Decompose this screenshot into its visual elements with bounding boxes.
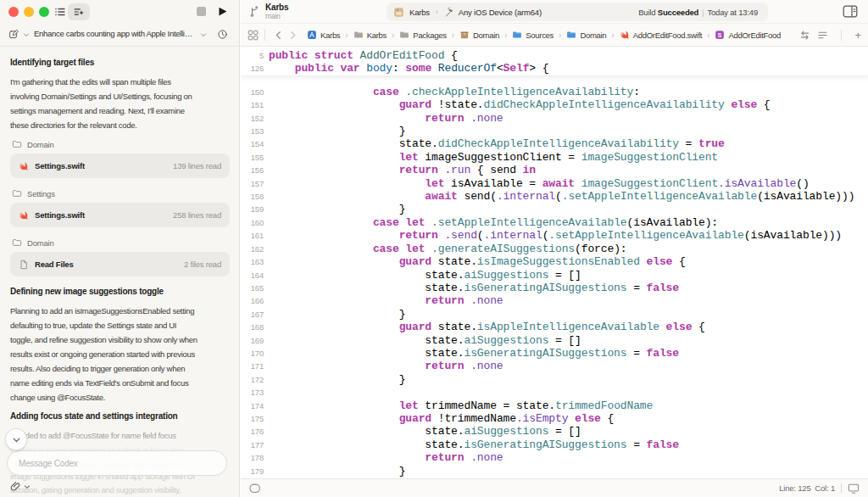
- line-number[interactable]: 173: [241, 386, 264, 399]
- code-line[interactable]: 5public struct AddOrEditFood {: [241, 49, 868, 62]
- code-line[interactable]: 156 return .run { send in: [241, 164, 868, 176]
- code-line[interactable]: 126 public var body: some ReducerOf<Self…: [241, 62, 868, 75]
- breadcrumb-item[interactable]: SAddOrEditFood: [715, 30, 781, 40]
- breadcrumb-item[interactable]: Domain: [566, 30, 606, 40]
- code-line[interactable]: 162 case let .generateAISuggestions(forc…: [241, 243, 868, 255]
- code-line[interactable]: 163 guard state.isImageSuggestionsEnable…: [241, 255, 868, 268]
- line-number[interactable]: 162: [241, 243, 264, 255]
- code-line[interactable]: 164 state.aiSuggestions = []: [241, 269, 868, 282]
- thread-title[interactable]: Enhance carbs counting app with Apple In…: [34, 29, 197, 38]
- code-line[interactable]: 172 }: [241, 373, 868, 386]
- code-line[interactable]: 177 state.isGeneratingAISuggestions = fa…: [241, 438, 868, 451]
- line-number[interactable]: 151: [241, 98, 264, 111]
- code-line[interactable]: 166 return .none: [241, 294, 868, 307]
- source-control-status[interactable]: Karbs main: [249, 3, 288, 20]
- line-number[interactable]: 168: [241, 321, 264, 333]
- code-line[interactable]: 157 let isAvailable = await imageSuggest…: [241, 177, 868, 190]
- code-line[interactable]: 150 case .checkAppleIntelligenceAvailabi…: [241, 86, 868, 98]
- zoom-window-button[interactable]: [39, 7, 49, 17]
- line-number[interactable]: 166: [241, 294, 264, 307]
- scheme-selector[interactable]: Karbs › Any iOS Device (arm64) Build Suc…: [387, 3, 768, 21]
- code-line[interactable]: 171 return .none: [241, 360, 868, 372]
- line-number[interactable]: 150: [241, 86, 264, 98]
- code-line[interactable]: 176 state.aiSuggestions = []: [241, 425, 868, 438]
- line-number[interactable]: 155: [241, 151, 264, 164]
- line-number[interactable]: 126: [241, 62, 264, 75]
- minimize-window-button[interactable]: [24, 7, 34, 17]
- code-line[interactable]: 155 let imageSuggestionClient = imageSug…: [241, 151, 868, 164]
- line-number[interactable]: 5: [241, 49, 264, 62]
- navigate-back-icon[interactable]: [274, 31, 283, 40]
- breadcrumb-item[interactable]: Domain: [459, 30, 499, 40]
- build-status[interactable]: Build Succeeded|Today at 13:49: [638, 8, 758, 17]
- line-number[interactable]: 161: [241, 229, 264, 242]
- code-line[interactable]: 173: [241, 386, 868, 399]
- history-clock-icon[interactable]: [217, 29, 228, 40]
- line-number[interactable]: 164: [241, 269, 264, 282]
- add-editor-icon[interactable]: +: [854, 30, 861, 41]
- code-line[interactable]: 158 await send(.internal(.setAppleIntell…: [241, 190, 868, 203]
- code-line[interactable]: 169 state.aiSuggestions = []: [241, 334, 868, 347]
- file-read-item[interactable]: Read Files2 files read: [10, 252, 230, 276]
- related-items-grid-icon[interactable]: [248, 30, 259, 41]
- navigate-forward-icon[interactable]: [288, 31, 298, 40]
- code-line[interactable]: 179 }: [241, 465, 868, 477]
- line-number[interactable]: 175: [241, 412, 264, 425]
- display-icon[interactable]: [848, 483, 860, 494]
- code-line[interactable]: 167 }: [241, 308, 868, 321]
- chevron-down-icon[interactable]: [23, 31, 30, 38]
- code-line[interactable]: 160 case let .setAppleIntelligenceAvaila…: [241, 216, 868, 229]
- code-line[interactable]: 168 guard state.isAppleIntelligenceAvail…: [241, 321, 868, 333]
- thread-list-icon[interactable]: [53, 5, 67, 19]
- inspector-toggle-icon[interactable]: [843, 5, 858, 18]
- line-number[interactable]: 179: [241, 465, 264, 477]
- line-number[interactable]: 158: [241, 190, 264, 203]
- line-number[interactable]: 172: [241, 373, 264, 386]
- code-line[interactable]: 175 guard !trimmedName.isEmpty else {: [241, 412, 868, 425]
- code-line[interactable]: 153 }: [241, 125, 868, 137]
- breadcrumb-item[interactable]: Sources: [512, 30, 554, 40]
- line-number[interactable]: 174: [241, 399, 264, 412]
- line-number[interactable]: 154: [241, 137, 264, 150]
- line-number[interactable]: 153: [241, 125, 264, 137]
- swap-editor-icon[interactable]: [799, 30, 810, 41]
- line-number[interactable]: 163: [241, 255, 264, 268]
- line-number[interactable]: 160: [241, 216, 264, 229]
- line-number[interactable]: 171: [241, 360, 264, 372]
- line-number[interactable]: 156: [241, 164, 264, 176]
- line-number[interactable]: 170: [241, 347, 264, 360]
- chevron-down-icon[interactable]: [200, 31, 207, 38]
- breadcrumb-item[interactable]: Karbs: [307, 30, 340, 40]
- stop-button[interactable]: [197, 7, 206, 16]
- file-read-item[interactable]: Settings.swift139 lines read: [10, 154, 230, 178]
- code-line[interactable]: 154 state.didCheckAppleIntelligenceAvail…: [241, 137, 868, 150]
- line-number[interactable]: 177: [241, 438, 264, 451]
- line-number[interactable]: 178: [241, 451, 264, 464]
- line-number[interactable]: 157: [241, 177, 264, 190]
- file-read-item[interactable]: Settings.swift258 lines read: [10, 203, 230, 227]
- run-button[interactable]: [217, 6, 228, 17]
- line-number[interactable]: 159: [241, 203, 264, 215]
- new-thread-button[interactable]: [68, 3, 90, 20]
- code-line[interactable]: 151 guard !state.didCheckAppleIntelligen…: [241, 98, 868, 111]
- minimap-lines-icon[interactable]: [817, 30, 828, 41]
- close-window-button[interactable]: [8, 7, 19, 17]
- breadcrumb-item[interactable]: Packages: [399, 30, 446, 40]
- line-number[interactable]: 176: [241, 425, 264, 438]
- code-editor[interactable]: 5public struct AddOrEditFood {126 public…: [241, 47, 868, 478]
- line-number[interactable]: 169: [241, 334, 264, 347]
- code-line[interactable]: 159 }: [241, 203, 868, 215]
- code-line[interactable]: 165 state.isGeneratingAISuggestions = fa…: [241, 282, 868, 294]
- chevron-down-icon[interactable]: [24, 483, 31, 490]
- breadcrumb-item[interactable]: Karbs: [353, 30, 387, 40]
- compose-icon[interactable]: [8, 29, 19, 40]
- line-number[interactable]: 152: [241, 112, 264, 125]
- code-line[interactable]: 152 return .none: [241, 112, 868, 125]
- code-line[interactable]: 178 return .none: [241, 451, 868, 464]
- scroll-to-bottom-button[interactable]: [5, 428, 27, 450]
- annotation-bubble-icon[interactable]: [249, 483, 263, 494]
- line-number[interactable]: 167: [241, 308, 264, 321]
- paperclip-icon[interactable]: [10, 481, 21, 492]
- message-input[interactable]: [7, 450, 227, 476]
- line-number[interactable]: 165: [241, 282, 264, 294]
